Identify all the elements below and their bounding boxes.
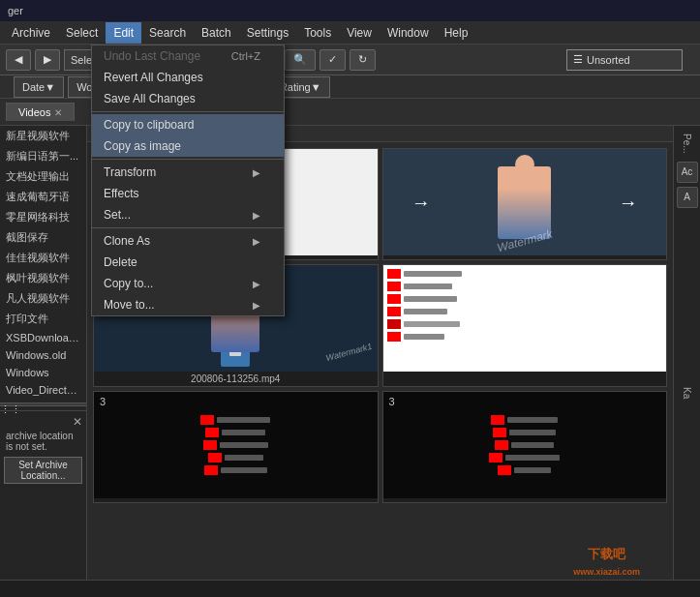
menu-window[interactable]: Window: [380, 22, 437, 44]
sidebar-item-1[interactable]: 新编日语第一...: [0, 146, 86, 166]
menu-select[interactable]: Select: [58, 22, 106, 44]
menu-delete[interactable]: Delete: [92, 252, 284, 273]
sidebar-item-12[interactable]: Windows: [0, 364, 86, 381]
thumb-dark3a-img: 3: [94, 392, 378, 498]
dark3a-num: 3: [100, 396, 106, 407]
thumb-photo-wm[interactable]: 640x480 → → Watermark: [382, 148, 668, 260]
sidebar-item-6[interactable]: 佳佳视频软件: [0, 248, 86, 268]
sidebar-item-10[interactable]: XSBDownload...: [0, 329, 86, 346]
sidebar-item-9[interactable]: 打印文件: [0, 309, 86, 329]
tab-videos[interactable]: Videos ✕: [6, 103, 75, 121]
menu-copy-clipboard[interactable]: Copy to clipboard: [92, 114, 284, 135]
ac-button[interactable]: Ac: [677, 162, 698, 183]
sidebar-item-11[interactable]: Windows.old: [0, 346, 86, 364]
sort-dropdown[interactable]: ☰ Unsorted: [566, 49, 683, 71]
menu-sep3: [92, 227, 284, 228]
menu-sep1: [92, 111, 284, 112]
menu-sep2: [92, 159, 284, 160]
sidebar-item-7[interactable]: 枫叶视频软件: [0, 268, 86, 288]
menu-set[interactable]: Set... ▶: [92, 204, 284, 225]
move-to-submenu-arrow: ▶: [253, 300, 260, 311]
filter-date[interactable]: Date▼: [14, 76, 64, 98]
sidebar-item-8[interactable]: 凡人视频软件: [0, 288, 86, 309]
menu-tools[interactable]: Tools: [296, 22, 339, 44]
left-sidebar: 新星视频软件 新编日语第一... 文档处理输出 速成葡萄牙语 零星网络科技 截图…: [0, 126, 87, 597]
menu-edit[interactable]: Edit: [106, 22, 141, 44]
thumb-dark3a[interactable]: 3: [93, 391, 379, 503]
brand-watermark: 下载吧www.xiazai.com: [573, 547, 640, 580]
refresh-button[interactable]: ↻: [350, 49, 376, 71]
menu-transform[interactable]: Transform ▶: [92, 162, 284, 183]
thumb-photo-wm-label: [383, 255, 667, 259]
edit-dropdown-menu: Undo Last Change Ctrl+Z Revert All Chang…: [91, 45, 285, 316]
thumb-cn-list-img: [383, 265, 667, 372]
menu-save[interactable]: Save All Changes: [92, 88, 284, 109]
menu-copy-to[interactable]: Copy to... ▶: [92, 273, 284, 294]
sidebar-item-13[interactable]: Video_Directory: [0, 381, 86, 399]
ac2-button[interactable]: A: [677, 187, 698, 208]
menu-copy-image[interactable]: Copy as image: [92, 135, 284, 157]
thumb-photo-wm-img: 640x480 → → Watermark: [383, 149, 667, 255]
archive-notice-text: archive location is not set.: [4, 429, 82, 454]
back-button[interactable]: ◀: [6, 49, 31, 71]
thumb-cn-list[interactable]: [382, 264, 668, 387]
menu-batch[interactable]: Batch: [194, 22, 239, 44]
menu-view[interactable]: View: [339, 22, 380, 44]
menu-help[interactable]: Help: [437, 22, 476, 44]
dark3b-num: 3: [389, 396, 395, 407]
sort-icon: ☰: [573, 53, 583, 66]
set-archive-location-button[interactable]: Set Archive Location...: [4, 457, 82, 484]
check-button[interactable]: ✓: [320, 49, 346, 71]
clone-submenu-arrow: ▶: [253, 236, 260, 247]
sidebar-item-2[interactable]: 文档处理输出: [0, 166, 86, 187]
thumb-dark3b-label: [383, 498, 667, 502]
tab-close-videos[interactable]: ✕: [54, 107, 62, 118]
archive-section: ✕ archive location is not set. Set Archi…: [0, 410, 86, 491]
sidebar-item-5[interactable]: 截图保存: [0, 227, 86, 248]
thumb-dark3a-label: [94, 498, 378, 502]
thumb-dark3b[interactable]: 3: [382, 391, 668, 503]
set-submenu-arrow: ▶: [253, 210, 260, 221]
sidebar-item-0[interactable]: 新星视频软件: [0, 126, 86, 146]
copy-to-submenu-arrow: ▶: [253, 279, 260, 289]
thumb-cn-list-label: [383, 372, 667, 375]
zoom-out-button[interactable]: 🔍: [285, 49, 316, 71]
menu-search[interactable]: Search: [141, 22, 194, 44]
menu-bar: Archive Select Edit Search Batch Setting…: [0, 21, 700, 45]
menu-clone-as[interactable]: Clone As ▶: [92, 230, 284, 252]
ka-panel-label: Ka: [680, 383, 694, 403]
menu-revert[interactable]: Revert All Changes: [92, 67, 284, 88]
app-title: ger: [8, 5, 23, 16]
thumb-dark3b-img: 3: [383, 392, 667, 498]
sidebar-resize-handle[interactable]: ⋮⋮: [0, 403, 86, 406]
archive-close-btn[interactable]: ✕: [73, 415, 82, 429]
people-panel-label: Pe...: [680, 130, 694, 158]
forward-button[interactable]: ▶: [35, 49, 60, 71]
right-sidebar: Pe... Ac A Ka Ra: [673, 126, 700, 597]
sidebar-item-3[interactable]: 速成葡萄牙语: [0, 187, 86, 207]
transform-submenu-arrow: ▶: [253, 167, 260, 178]
title-bar: ger: [0, 0, 700, 21]
sidebar-item-4[interactable]: 零星网络科技: [0, 207, 86, 227]
menu-effects[interactable]: Effects: [92, 183, 284, 204]
status-bar: [0, 580, 700, 597]
menu-settings[interactable]: Settings: [239, 22, 296, 44]
menu-archive[interactable]: Archive: [4, 22, 58, 44]
menu-move-to[interactable]: Move to... ▶: [92, 294, 284, 315]
thumb-200806-label: 200806-113256.mp4: [94, 372, 378, 386]
menu-undo[interactable]: Undo Last Change Ctrl+Z: [92, 45, 284, 67]
